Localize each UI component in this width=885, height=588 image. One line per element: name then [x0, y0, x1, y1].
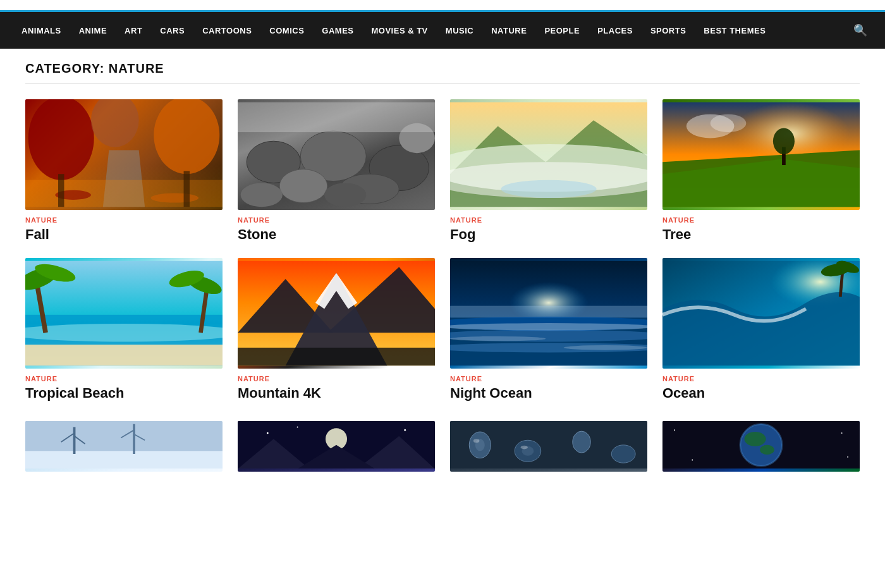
- card-partial-2[interactable]: [238, 421, 435, 472]
- card-tree[interactable]: NATURE Tree: [662, 99, 860, 243]
- svg-point-72: [267, 432, 269, 434]
- svg-point-86: [521, 446, 528, 450]
- svg-rect-46: [238, 348, 435, 365]
- card-title-stone: Stone: [238, 226, 435, 243]
- nav-item-best-themes[interactable]: BEST THEMES: [695, 15, 774, 47]
- nav-item-games[interactable]: GAMES: [313, 15, 362, 47]
- svg-point-55: [450, 336, 546, 341]
- card-category-mountain: NATURE: [238, 375, 435, 383]
- nav-item-art[interactable]: ART: [116, 15, 151, 47]
- svg-rect-64: [73, 427, 76, 454]
- card-title-fog: Fog: [450, 226, 647, 243]
- nav-item-people[interactable]: PEOPLE: [535, 15, 589, 47]
- svg-rect-8: [184, 171, 190, 207]
- svg-point-84: [611, 445, 635, 463]
- svg-point-74: [297, 426, 298, 427]
- svg-point-95: [847, 456, 848, 458]
- card-stone[interactable]: NATURE Stone: [238, 99, 435, 243]
- svg-point-16: [324, 183, 366, 207]
- nav-item-cars[interactable]: CARS: [151, 15, 193, 47]
- cards-grid: NATURE Fall NATURE: [25, 99, 860, 402]
- svg-point-33: [25, 324, 223, 341]
- svg-rect-34: [25, 345, 223, 366]
- category-title: CATEGORY: NATURE: [25, 61, 860, 84]
- svg-point-85: [473, 439, 479, 443]
- card-image-ocean: [662, 258, 860, 369]
- logo-bar: [0, 0, 885, 12]
- nav-item-nature[interactable]: NATURE: [482, 15, 535, 47]
- svg-rect-17: [238, 102, 435, 132]
- card-image-tropical-beach: [25, 258, 223, 369]
- card-title-tree: Tree: [662, 226, 860, 243]
- card-mountain[interactable]: NATURE Mountain 4K: [238, 258, 435, 401]
- card-category-fog: NATURE: [450, 216, 647, 224]
- svg-point-12: [279, 169, 327, 203]
- svg-rect-4: [25, 180, 223, 207]
- card-title-ocean: Ocean: [662, 385, 860, 401]
- svg-point-93: [841, 432, 843, 434]
- card-partial-4[interactable]: [662, 421, 860, 472]
- svg-point-56: [564, 345, 647, 350]
- card-title-night-ocean: Night Ocean: [450, 385, 647, 401]
- card-night-ocean[interactable]: NATURE Night Ocean: [450, 258, 647, 401]
- svg-point-54: [450, 323, 647, 330]
- card-fall[interactable]: NATURE Fall: [25, 99, 223, 243]
- card-title-tropical-beach: Tropical Beach: [25, 385, 223, 401]
- nav-items-container: ANIMALS ANIME ART CARS CARTOONS COMICS G…: [13, 15, 774, 47]
- svg-rect-63: [25, 451, 223, 469]
- card-fog[interactable]: NATURE Fog: [450, 99, 647, 243]
- card-category-tropical-beach: NATURE: [25, 375, 223, 383]
- svg-point-89: [745, 432, 766, 446]
- card-image-partial-2: [238, 421, 435, 472]
- card-category-fall: NATURE: [25, 216, 223, 224]
- card-image-partial-3: [450, 421, 647, 472]
- svg-rect-49: [450, 306, 647, 318]
- svg-rect-7: [58, 174, 64, 207]
- card-category-night-ocean: NATURE: [450, 375, 647, 383]
- card-image-tree: [662, 99, 860, 210]
- svg-point-22: [501, 180, 596, 198]
- card-category-stone: NATURE: [238, 216, 435, 224]
- svg-point-92: [674, 429, 675, 431]
- nav-item-comics[interactable]: COMICS: [260, 15, 313, 47]
- card-image-mountain: [238, 258, 435, 369]
- card-ocean[interactable]: NATURE Ocean: [662, 258, 860, 401]
- nav-item-movies-tv[interactable]: MOVIES & TV: [363, 15, 437, 47]
- nav-item-places[interactable]: PLACES: [589, 15, 642, 47]
- nav-item-cartoons[interactable]: CARTOONS: [193, 15, 260, 47]
- card-partial-3[interactable]: [450, 421, 647, 472]
- card-category-tree: NATURE: [662, 216, 860, 224]
- svg-point-2: [154, 99, 219, 174]
- card-image-night-ocean: [450, 258, 647, 369]
- svg-rect-67: [133, 424, 135, 454]
- card-title-fall: Fall: [25, 226, 223, 243]
- card-image-fall: [25, 99, 223, 210]
- svg-point-3: [91, 99, 139, 147]
- svg-point-90: [760, 445, 774, 455]
- card-image-fog: [450, 99, 647, 210]
- search-icon[interactable]: 🔍: [848, 12, 872, 49]
- card-image-partial-1: [25, 421, 223, 472]
- card-partial-1[interactable]: [25, 421, 223, 472]
- page-content: CATEGORY: NATURE: [13, 49, 872, 484]
- svg-point-14: [241, 183, 283, 207]
- svg-point-28: [773, 128, 795, 154]
- card-tropical-beach[interactable]: NATURE Tropical Beach: [25, 258, 223, 401]
- svg-point-30: [711, 114, 747, 132]
- card-image-partial-4: [662, 421, 860, 472]
- svg-point-94: [692, 459, 693, 460]
- card-title-mountain: Mountain 4K: [238, 385, 435, 401]
- svg-point-6: [151, 193, 199, 202]
- nav-item-sports[interactable]: SPORTS: [642, 15, 695, 47]
- svg-point-1: [28, 99, 94, 180]
- nav-item-music[interactable]: MUSIC: [437, 15, 482, 47]
- nav-item-animals[interactable]: ANIMALS: [13, 15, 70, 47]
- svg-point-83: [573, 431, 590, 453]
- main-nav: ANIMALS ANIME ART CARS CARTOONS COMICS G…: [0, 12, 885, 49]
- card-image-stone: [238, 99, 435, 210]
- partial-cards-row: [25, 421, 860, 472]
- nav-item-anime[interactable]: ANIME: [70, 15, 116, 47]
- svg-point-73: [404, 429, 406, 431]
- card-category-ocean: NATURE: [662, 375, 860, 383]
